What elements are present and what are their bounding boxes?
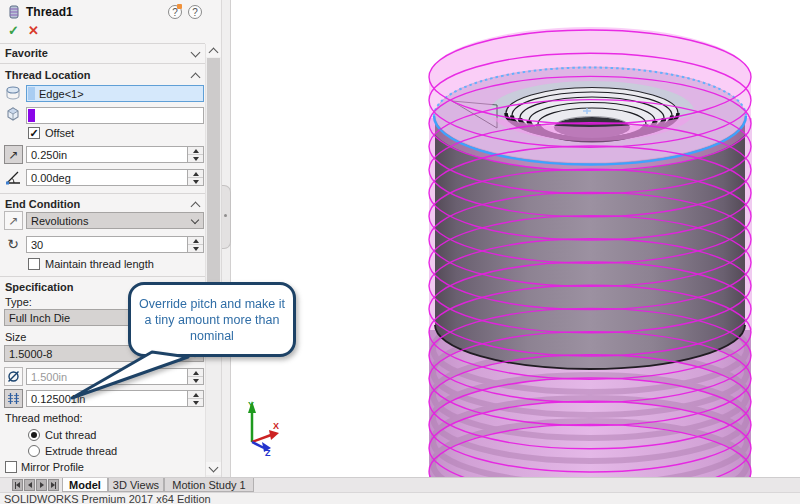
status-text: SOLIDWORKS Premium 2017 x64 Edition xyxy=(4,493,211,504)
previous-tab-button[interactable] xyxy=(24,479,35,491)
start-location-field[interactable] xyxy=(26,107,204,124)
feature-title: Thread1 xyxy=(26,5,73,19)
property-manager-panel: Thread1 ? ? ✓ ✕ Favorite Thread Location… xyxy=(0,0,221,477)
cut-thread-label: Cut thread xyxy=(45,429,96,441)
end-condition-section-header: End Condition xyxy=(5,198,80,210)
vertex-selection-icon xyxy=(3,105,23,123)
thread-location-collapse-chevron-icon[interactable] xyxy=(191,73,201,83)
splitter-handle[interactable] xyxy=(222,185,231,249)
quick-tip-badge xyxy=(177,4,182,9)
favorite-section-header: Favorite xyxy=(5,47,48,59)
reference-triad: Y X Z xyxy=(235,396,283,456)
offset-checkbox-label: Offset xyxy=(45,127,74,139)
next-tab-button[interactable] xyxy=(36,479,47,491)
type-value: Full Inch Die xyxy=(5,312,70,324)
offset-angle-spinner[interactable] xyxy=(187,170,203,185)
revolutions-value: 30 xyxy=(27,239,43,251)
dropdown-chevron-icon xyxy=(191,215,199,223)
vertex-swatch xyxy=(28,109,35,122)
end-condition-type-value: Revolutions xyxy=(27,215,88,227)
tab-3d-views[interactable]: 3D Views xyxy=(108,478,164,492)
mirror-profile-label: Mirror Profile xyxy=(21,461,84,473)
size-label: Size xyxy=(5,331,26,343)
divider xyxy=(0,43,205,44)
reverse-direction-icon: ↗ xyxy=(8,148,18,162)
end-condition-type-dropdown[interactable]: Revolutions xyxy=(26,212,204,229)
edge-selection-icon xyxy=(3,84,23,102)
override-pitch-button[interactable] xyxy=(4,389,23,408)
extrude-thread-label: Extrude thread xyxy=(45,445,117,457)
triad-y-label: Y xyxy=(248,400,254,410)
callout-text: Override pitch and make it a tiny amount… xyxy=(139,296,285,344)
offset-distance-value: 0.250in xyxy=(27,149,67,161)
divider xyxy=(0,193,205,194)
offset-checkbox[interactable]: ✓ xyxy=(28,127,40,139)
pitch-icon xyxy=(7,392,20,405)
quick-tip-icon[interactable]: ? xyxy=(168,5,182,19)
triad-z-label: Z xyxy=(265,448,271,456)
maintain-thread-length-checkbox[interactable] xyxy=(28,258,40,270)
document-tab-bar: Model 3D Views Motion Study 1 xyxy=(0,477,800,492)
scroll-up-button[interactable] xyxy=(206,44,221,57)
thread-feature-icon xyxy=(6,4,22,20)
cancel-button[interactable]: ✕ xyxy=(28,23,39,38)
diameter-icon xyxy=(7,370,20,383)
override-diameter-button[interactable] xyxy=(4,367,23,386)
first-tab-button[interactable] xyxy=(12,479,23,491)
reverse-direction-button[interactable]: ↗ xyxy=(4,145,23,164)
tab-motion-study-1[interactable]: Motion Study 1 xyxy=(164,478,254,492)
offset-angle-value: 0.00deg xyxy=(27,172,71,184)
specification-section-header: Specification xyxy=(5,281,73,293)
scroll-down-button[interactable] xyxy=(206,462,221,475)
edge-selection-field[interactable]: Edge<1> xyxy=(26,85,204,102)
thread-location-section-header: Thread Location xyxy=(5,69,91,81)
last-tab-button[interactable] xyxy=(48,479,59,491)
divider xyxy=(0,276,205,277)
direction-arrow-icon: ↗ xyxy=(8,214,18,228)
revolutions-spinner[interactable] xyxy=(187,237,203,252)
angle-icon xyxy=(4,168,23,187)
help-icon[interactable]: ? xyxy=(188,5,202,19)
panel-splitter[interactable] xyxy=(221,0,231,477)
ok-button[interactable]: ✓ xyxy=(8,23,19,38)
status-bar: SOLIDWORKS Premium 2017 x64 Edition xyxy=(0,492,800,504)
offset-distance-field[interactable]: 0.250in xyxy=(26,146,204,163)
extrude-thread-radio[interactable] xyxy=(28,445,40,457)
mirror-profile-checkbox[interactable] xyxy=(5,461,17,473)
offset-angle-field[interactable]: 0.00deg xyxy=(26,169,204,186)
graphics-viewport[interactable]: Y X Z xyxy=(231,0,800,477)
end-condition-collapse-chevron-icon[interactable] xyxy=(191,202,201,212)
size-value: 1.5000-8 xyxy=(5,348,52,360)
maintain-thread-length-label: Maintain thread length xyxy=(45,258,154,270)
revolutions-icon: ↻ xyxy=(3,234,23,253)
type-label: Type: xyxy=(5,296,32,308)
annotation-callout: Override pitch and make it a tiny amount… xyxy=(128,282,296,357)
scrollbar-thumb[interactable] xyxy=(207,58,220,300)
offset-distance-spinner[interactable] xyxy=(187,147,203,162)
thread-model[interactable] xyxy=(231,0,800,477)
triad-x-label: X xyxy=(273,421,279,431)
revolutions-field[interactable]: 30 xyxy=(26,236,204,253)
favorite-collapse-chevron-icon[interactable] xyxy=(191,48,201,58)
end-condition-direction-button[interactable]: ↗ xyxy=(4,211,23,230)
panel-scrollbar[interactable] xyxy=(205,44,221,477)
edge-swatch xyxy=(28,87,35,100)
thread-method-label: Thread method: xyxy=(5,412,83,424)
tab-model[interactable]: Model xyxy=(62,478,108,492)
divider xyxy=(0,63,205,64)
edge-selection-value: Edge<1> xyxy=(35,88,84,100)
cut-thread-radio[interactable] xyxy=(28,429,40,441)
callout-tail xyxy=(60,349,200,405)
